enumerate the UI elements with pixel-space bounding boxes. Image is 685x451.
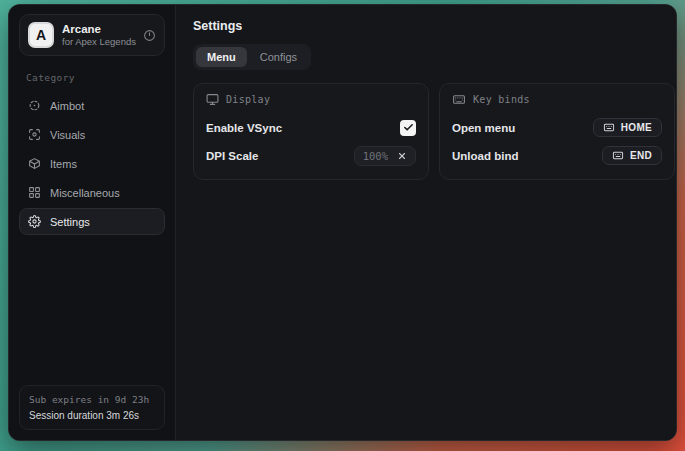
sidebar-item-visuals[interactable]: Visuals <box>19 121 165 148</box>
open-menu-keybind-button[interactable]: HOME <box>593 118 662 137</box>
open-menu-label: Open menu <box>452 122 515 134</box>
enable-vsync-row: Enable VSync <box>206 115 416 140</box>
keybinds-card: Key binds Open menu HOME <box>439 83 675 180</box>
sidebar-item-settings[interactable]: Settings <box>19 208 165 235</box>
sidebar-item-label: Visuals <box>50 129 85 141</box>
close-icon[interactable] <box>397 151 407 161</box>
unload-bind-label: Unload bind <box>452 150 518 162</box>
dpi-scale-row: DPI Scale 100% <box>206 143 416 168</box>
keybind-value: HOME <box>621 122 652 133</box>
main-content: Settings Menu Configs Display <box>176 5 677 440</box>
monitor-icon <box>206 93 219 106</box>
dpi-scale-label: DPI Scale <box>206 150 258 162</box>
display-card: Display Enable VSync DPI Scale <box>193 83 429 180</box>
page-title: Settings <box>193 19 675 33</box>
gear-icon <box>28 215 41 228</box>
dpi-scale-input[interactable]: 100% <box>354 146 416 166</box>
sidebar-item-label: Aimbot <box>50 100 84 112</box>
keyboard-icon <box>603 122 615 133</box>
sidebar: A Arcane for Apex Legends Category <box>9 5 176 440</box>
sidebar-item-items[interactable]: Items <box>19 150 165 177</box>
keyboard-icon <box>612 150 624 161</box>
check-icon <box>403 122 414 133</box>
card-title: Display <box>226 94 270 105</box>
sidebar-item-miscellaneous[interactable]: Miscellaneous <box>19 179 165 206</box>
open-menu-row: Open menu HOME <box>452 115 662 140</box>
card-title: Key binds <box>473 94 530 105</box>
sidebar-item-aimbot[interactable]: Aimbot <box>19 92 165 119</box>
brand-card: A Arcane for Apex Legends <box>19 14 165 56</box>
subscription-info-card: Sub expires in 9d 23h Session duration 3… <box>19 385 165 430</box>
sidebar-item-label: Miscellaneous <box>50 187 120 199</box>
unload-bind-keybind-button[interactable]: END <box>602 146 662 165</box>
power-icon[interactable] <box>143 29 156 42</box>
sidebar-nav: Aimbot Visuals <box>19 92 165 235</box>
desktop-background: A Arcane for Apex Legends Category <box>0 0 685 451</box>
app-logo: A <box>28 22 54 48</box>
unload-bind-row: Unload bind END <box>452 143 662 168</box>
box-icon <box>28 157 41 170</box>
app-window: A Arcane for Apex Legends Category <box>8 4 677 441</box>
brand-title: Arcane <box>62 23 135 35</box>
sidebar-item-label: Settings <box>50 216 90 228</box>
enable-vsync-checkbox[interactable] <box>400 120 416 136</box>
sidebar-item-label: Items <box>50 158 77 170</box>
settings-cards: Display Enable VSync DPI Scale <box>193 83 675 180</box>
keyboard-icon <box>452 93 466 106</box>
dpi-scale-value: 100% <box>363 150 388 162</box>
category-label: Category <box>26 72 158 83</box>
settings-tabs: Menu Configs <box>193 44 311 70</box>
session-duration-text: Session duration 3m 26s <box>29 410 155 421</box>
scan-eye-icon <box>28 128 41 141</box>
tab-configs[interactable]: Configs <box>249 47 308 67</box>
grid-icon <box>28 186 41 199</box>
crosshair-icon <box>28 99 41 112</box>
tab-menu[interactable]: Menu <box>196 47 247 67</box>
logo-letter: A <box>36 27 46 43</box>
enable-vsync-label: Enable VSync <box>206 122 282 134</box>
sub-expires-text: Sub expires in 9d 23h <box>29 394 155 405</box>
brand-subtitle: for Apex Legends <box>62 36 135 47</box>
keybind-value: END <box>630 150 652 161</box>
